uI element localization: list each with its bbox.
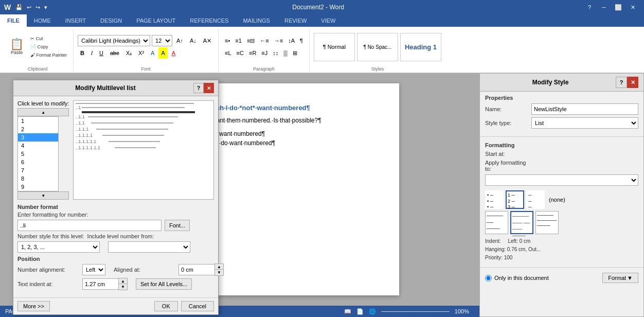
multilevel-close-btn[interactable]: ✕ xyxy=(204,83,214,93)
name-input[interactable] xyxy=(531,103,638,115)
show-para-btn[interactable]: ¶ xyxy=(298,35,305,46)
text-indent-down-btn[interactable]: ▼ xyxy=(119,284,127,290)
text-indent-input[interactable] xyxy=(82,278,118,290)
clear-format-btn[interactable]: A✕ xyxy=(201,35,214,46)
status-right: 📖 📄 🌐 ───────────────── 100% xyxy=(339,306,474,317)
format-painter-btn[interactable]: 🖌 Format Painter xyxy=(28,51,69,59)
increase-font-btn[interactable]: A↑ xyxy=(174,35,186,46)
level-4[interactable]: 4 xyxy=(18,142,58,150)
cancel-btn[interactable]: Cancel xyxy=(181,301,214,311)
align-left-btn[interactable]: ≡L xyxy=(223,47,234,59)
line-spacing-btn[interactable]: ↕↕ xyxy=(271,47,280,59)
paste-btn[interactable]: 📋 Paste xyxy=(6,36,27,58)
level-scroll-up[interactable]: ▲ xyxy=(17,108,69,116)
redo-quick-btn[interactable]: ↪ xyxy=(34,3,42,12)
restore-btn[interactable]: ⬜ xyxy=(611,0,625,14)
shading-btn[interactable]: ▒ xyxy=(281,47,290,59)
font-color-btn[interactable]: A xyxy=(169,47,178,59)
level-5[interactable]: 5 xyxy=(18,150,58,158)
style-normal[interactable]: ¶ Normal xyxy=(314,33,355,61)
decrease-font-btn[interactable]: A↓ xyxy=(187,35,199,46)
underline-btn[interactable]: U xyxy=(97,47,106,59)
subscript-btn[interactable]: X₂ xyxy=(123,47,134,59)
only-in-doc-radio[interactable] xyxy=(485,275,492,281)
format-dropdown-btn[interactable]: Format ▼ xyxy=(602,273,638,283)
list-style-bullets-btn[interactable]: • ─• ─• ─ xyxy=(485,190,504,209)
text-effects-btn[interactable]: A xyxy=(148,47,157,59)
borders-btn[interactable]: ⊞ xyxy=(291,47,299,59)
close-btn[interactable]: ✕ xyxy=(625,0,640,14)
tab-insert[interactable]: INSERT xyxy=(58,14,93,27)
style-type-select[interactable]: List xyxy=(531,117,638,129)
level-scroll-down[interactable]: ▼ xyxy=(17,191,69,200)
level-6[interactable]: 6 xyxy=(18,158,58,166)
font-btn[interactable]: Font... xyxy=(165,220,190,231)
preview-box-3: ─────────────── xyxy=(535,211,559,234)
aligned-at-down-btn[interactable]: ▼ xyxy=(215,270,223,275)
tab-view[interactable]: VIEW xyxy=(314,14,343,27)
list-style-none-btn[interactable]: ─── xyxy=(526,190,545,209)
apply-formatting-select[interactable] xyxy=(485,174,638,186)
include-level-select[interactable] xyxy=(108,241,190,253)
paragraph-label: Paragraph xyxy=(253,65,275,72)
align-center-btn[interactable]: ≡C xyxy=(235,47,246,59)
text-indent-up-btn[interactable]: ▲ xyxy=(119,278,127,284)
tab-references[interactable]: REFERENCES xyxy=(183,14,236,27)
tab-file[interactable]: FILE xyxy=(0,14,27,27)
level-2[interactable]: 2 xyxy=(18,125,58,133)
numbering-btn[interactable]: ≡1 xyxy=(233,35,244,46)
minimize-btn[interactable]: ─ xyxy=(597,0,611,14)
list-style-numbered-btn[interactable]: 1 ─2 ─3 ─ xyxy=(506,190,524,209)
number-style-select[interactable]: 1, 2, 3, ... xyxy=(17,241,100,253)
styles-label: Styles xyxy=(371,65,384,72)
level-1[interactable]: 1 xyxy=(18,117,58,125)
aligned-at-up-btn[interactable]: ▲ xyxy=(215,264,223,270)
number-alignment-select[interactable]: Left xyxy=(82,264,105,275)
level-7[interactable]: 7 xyxy=(18,166,58,174)
align-right-btn[interactable]: ≡R xyxy=(247,47,258,59)
read-mode-btn[interactable]: 📖 xyxy=(344,308,351,315)
more-quick-btn[interactable]: ▾ xyxy=(43,3,49,12)
tab-review[interactable]: REVIEW xyxy=(277,14,314,27)
modify-style-help-btn[interactable]: ? xyxy=(616,77,627,88)
style-no-spacing[interactable]: ¶ No Spac... xyxy=(357,33,398,61)
multilevel-btn[interactable]: ≡⊟ xyxy=(245,35,257,46)
bullets-btn[interactable]: ≡• xyxy=(223,35,232,46)
highlight-btn[interactable]: A xyxy=(158,47,167,59)
align-justify-btn[interactable]: ≡J xyxy=(259,47,270,59)
bold-btn[interactable]: B xyxy=(78,47,87,59)
number-style-row: Number style for this level: Include lev… xyxy=(17,233,214,239)
preview-content-selected: ──────── ───── ──── xyxy=(512,213,531,239)
indent-left: Indent: Left: 0 cm xyxy=(485,237,638,245)
web-layout-btn[interactable]: 🌐 xyxy=(369,308,376,315)
tab-design[interactable]: DESIGN xyxy=(93,14,129,27)
copy-btn[interactable]: 📄 Copy xyxy=(28,43,69,50)
multilevel-help-btn[interactable]: ? xyxy=(193,83,204,93)
decrease-indent-btn[interactable]: ←≡ xyxy=(258,35,271,46)
level-3[interactable]: 3 xyxy=(18,133,58,142)
help-btn[interactable]: ? xyxy=(582,0,597,14)
increase-indent-btn[interactable]: →≡ xyxy=(272,35,285,46)
save-quick-btn[interactable]: 💾 xyxy=(14,3,24,12)
modify-style-close-btn[interactable]: ✕ xyxy=(627,77,638,88)
aligned-at-input[interactable] xyxy=(178,264,214,275)
style-heading1[interactable]: Heading 1 xyxy=(400,33,441,61)
font-size-select[interactable]: 12 xyxy=(152,35,172,46)
set-all-levels-btn[interactable]: Set for All Levels... xyxy=(136,278,192,290)
cut-btn[interactable]: ✂ Cut xyxy=(28,35,69,42)
ok-btn[interactable]: OK xyxy=(154,301,178,311)
strikethrough-btn[interactable]: abc xyxy=(108,47,122,59)
print-layout-btn[interactable]: 📄 xyxy=(356,308,364,315)
italic-btn[interactable]: I xyxy=(88,47,95,59)
tab-page-layout[interactable]: PAGE LAYOUT xyxy=(129,14,183,27)
font-name-select[interactable]: Calibri Light (Headings) xyxy=(78,35,150,46)
level-8[interactable]: 8 xyxy=(18,174,58,183)
tab-mailings[interactable]: MAILINGS xyxy=(236,14,277,27)
level-9[interactable]: 9 xyxy=(18,183,58,191)
superscript-btn[interactable]: X² xyxy=(136,47,147,59)
tab-home[interactable]: HOME xyxy=(27,14,58,27)
undo-quick-btn[interactable]: ↩ xyxy=(25,3,33,12)
more-btn[interactable]: More >> xyxy=(17,301,50,311)
sort-btn[interactable]: ↕A xyxy=(286,35,297,46)
format-number-input[interactable] xyxy=(17,220,162,231)
